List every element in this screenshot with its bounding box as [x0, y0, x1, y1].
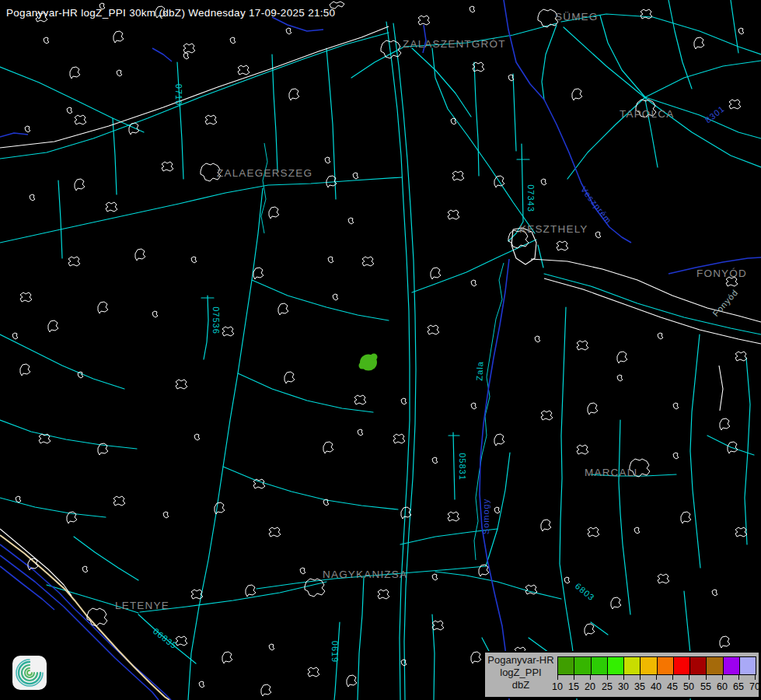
- legend-tick: [557, 675, 558, 680]
- legend-tick-value: 30: [615, 681, 632, 692]
- legend-tick-value: 15: [565, 681, 582, 692]
- met-service-logo: [12, 656, 47, 690]
- legend-tick-value: 70: [746, 681, 761, 692]
- legend-color-cell: [591, 657, 607, 674]
- radar-title: Poganyvar-HR logZ_PPI 30km (dbZ) Wednesd…: [6, 7, 335, 19]
- road-label-0710: 0710: [174, 84, 183, 106]
- legend-ticks: [557, 675, 756, 681]
- region-label-somogy: Somogy: [481, 499, 490, 534]
- road-label-6803: 6803: [574, 581, 597, 603]
- legend-color-cell: [723, 657, 739, 674]
- settlements-layer: [12, 2, 755, 696]
- city-label-letenye: LETENYE: [115, 600, 169, 611]
- legend-color-cell: [574, 657, 590, 674]
- legend-tick: [738, 675, 739, 680]
- legend-tick: [607, 675, 608, 680]
- legend-station: Poganyvar-HR: [487, 654, 555, 667]
- legend-color-cell: [657, 657, 673, 674]
- legend-tick: [755, 675, 756, 680]
- radar-screen: 07343 07536 05831 06835 6803 0619 0710 8…: [0, 0, 761, 700]
- spiral-icon: [12, 656, 47, 690]
- legend-tick-value: 40: [648, 681, 665, 692]
- legend-tick: [689, 675, 689, 680]
- legend-tick-value: 45: [664, 681, 681, 692]
- legend-tick-value: 60: [714, 681, 731, 692]
- roads-layer: [0, 0, 761, 700]
- legend-tick: [640, 675, 641, 680]
- legend-color-cell: [623, 657, 640, 674]
- legend-tick: [623, 675, 624, 680]
- city-label-keszthely: KESZTHELY: [519, 223, 588, 235]
- city-label-marcali: MARCALI: [585, 467, 637, 478]
- city-label-zalaszentgrot: ZALASZENTGRÓT: [403, 38, 506, 50]
- legend-labels: Poganyvar-HR logZ_PPI dbZ: [487, 654, 555, 691]
- city-label-tapolca: TAPOLCA: [620, 108, 674, 120]
- legend-unit: dbZ: [487, 679, 555, 691]
- city-label-sumeg: SÜMEG: [555, 11, 599, 23]
- legend-tick: [672, 675, 673, 680]
- rivers-layer: [261, 143, 504, 560]
- legend-color-cell: [640, 657, 656, 674]
- legend-tick-value: 25: [599, 681, 616, 692]
- legend-numbers: 10152025303540455055606570: [557, 681, 756, 695]
- legend-product: logZ_PPI: [487, 667, 555, 679]
- legend-color-cell: [558, 657, 574, 674]
- region-label-veszprem: Veszprém: [579, 184, 614, 225]
- legend-tick-value: 65: [730, 681, 747, 692]
- legend-tick: [590, 675, 591, 680]
- road-label-05831: 05831: [458, 453, 467, 481]
- road-label-06835: 06835: [152, 626, 179, 650]
- shore-label-fonyod: Fonyód: [710, 287, 739, 318]
- road-label-07343: 07343: [526, 184, 536, 212]
- legend-color-cell: [673, 657, 689, 674]
- legend-tick: [706, 675, 707, 680]
- legend-panel: Poganyvar-HR logZ_PPI dbZ 10152025303540…: [483, 651, 760, 698]
- legend-color-cell: [706, 657, 722, 674]
- city-label-nagykanizsa: NAGYKANIZSA: [323, 569, 407, 580]
- city-label-fonyod: FONYÓD: [696, 268, 747, 279]
- road-label-0619: 0619: [330, 641, 340, 663]
- legend-colorbar: [557, 656, 756, 675]
- river-label-zala: Zala: [475, 361, 485, 381]
- legend-tick-value: 50: [680, 681, 697, 692]
- region-labels: Veszprém Somogy Zala Fonyód: [475, 184, 740, 534]
- legend-color-cell: [739, 657, 756, 674]
- legend-tick: [656, 675, 657, 680]
- legend-tick: [722, 675, 723, 680]
- radar-map: 07343 07536 05831 06835 6803 0619 0710 8…: [0, 0, 761, 700]
- radar-echo: [359, 354, 378, 371]
- city-label-zalaegerszeg: ZALAEGERSZEG: [217, 167, 312, 179]
- county-water-layer: [0, 0, 761, 700]
- legend-tick-value: 55: [697, 681, 714, 692]
- road-label-07536: 07536: [211, 306, 221, 334]
- legend-tick: [574, 675, 574, 680]
- legend-tick-value: 10: [549, 681, 566, 692]
- legend-tick-value: 35: [631, 681, 648, 692]
- legend-color-cell: [689, 657, 706, 674]
- legend-color-cell: [607, 657, 623, 674]
- legend-tick-value: 20: [581, 681, 599, 692]
